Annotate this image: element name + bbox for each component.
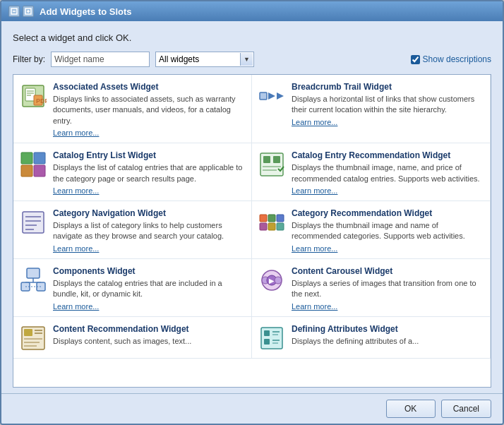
title-icon-2 — [23, 6, 34, 17]
dialog-body: Select a widget and click OK. Filter by:… — [1, 21, 503, 393]
widget-text-breadcrumb-trail: Breadcrumb Trail Widget Displays a horiz… — [292, 82, 484, 126]
filter-select[interactable]: All widgets Page widgets Layout widgets — [155, 52, 254, 67]
svg-rect-47 — [24, 329, 32, 336]
widget-desc-defining-attributes: Displays the defining attributes of a... — [292, 336, 484, 347]
widget-desc-catalog-entry-recommendation: Displays the thumbnail image, name, and … — [292, 162, 484, 184]
show-descriptions-checkbox[interactable] — [411, 55, 420, 64]
widget-icon-catalog-entry-recommendation — [258, 150, 286, 179]
dialog-footer: OK Cancel — [1, 393, 503, 424]
widget-icon-breadcrumb-trail — [258, 82, 286, 110]
widget-name-catalog-entry-recommendation: Catalog Entry Recommendation Widget — [292, 150, 484, 160]
widget-text-content-carousel: Content Carousel Widget Displays a serie… — [292, 266, 484, 311]
widget-name-content-recommendation: Content Recommendation Widget — [53, 324, 246, 334]
widget-text-category-navigation: Category Navigation Widget Displays a li… — [53, 208, 246, 253]
svg-rect-17 — [21, 165, 32, 176]
filter-select-wrapper: All widgets Page widgets Layout widgets … — [155, 52, 254, 67]
add-widgets-dialog: Add Widgets to Slots Select a widget and… — [0, 0, 504, 425]
widget-learn-catalog-entry-list[interactable]: Learn more... — [53, 186, 246, 195]
show-descriptions-label: Show descriptions — [423, 54, 491, 64]
widget-learn-catalog-entry-recommendation[interactable]: Learn more... — [292, 186, 484, 195]
widget-item-breadcrumb-trail[interactable]: Breadcrumb Trail Widget Displays a horiz… — [252, 75, 491, 143]
widget-list-container: PDF Associated Assets Widget Displays li… — [13, 74, 491, 388]
widget-name-catalog-entry-list: Catalog Entry List Widget — [53, 150, 246, 160]
widget-text-catalog-entry-list: Catalog Entry List Widget Displays the l… — [53, 150, 246, 195]
svg-rect-35 — [27, 268, 40, 278]
show-descriptions-container: Show descriptions — [411, 54, 491, 64]
widget-item-content-carousel[interactable]: ▶ Content Carousel Widget Displays a ser… — [252, 259, 491, 317]
widget-desc-category-recommendation: Displays the thumbnail image and name of… — [292, 220, 484, 242]
widget-scroll-area[interactable]: PDF Associated Assets Widget Displays li… — [13, 75, 491, 387]
svg-rect-31 — [277, 215, 284, 222]
widget-name-associated-assets: Associated Assets Widget — [53, 82, 246, 92]
title-bar: Add Widgets to Slots — [1, 1, 503, 21]
widget-text-category-recommendation: Category Recommendation Widget Displays … — [292, 208, 484, 253]
svg-rect-30 — [268, 215, 275, 222]
dialog-title: Add Widgets to Slots — [40, 6, 132, 17]
widget-icon-content-recommendation — [19, 324, 47, 352]
widget-desc-components: Displays the catalog entries that are in… — [53, 278, 246, 300]
widget-item-catalog-entry-recommendation[interactable]: Catalog Entry Recommendation Widget Disp… — [252, 143, 491, 201]
svg-rect-57 — [264, 339, 270, 345]
filter-label: Filter by: — [13, 54, 45, 64]
widget-learn-category-recommendation[interactable]: Learn more... — [292, 244, 484, 253]
widget-learn-components[interactable]: Learn more... — [53, 302, 246, 311]
widget-text-components: Components Widget Displays the catalog e… — [53, 266, 246, 311]
widget-learn-breadcrumb-trail[interactable]: Learn more... — [292, 118, 484, 126]
filter-text-input[interactable] — [51, 52, 150, 67]
widget-item-category-navigation[interactable]: Category Navigation Widget Displays a li… — [13, 201, 252, 259]
widget-desc-category-navigation: Displays a list of category links to hel… — [53, 220, 246, 242]
widget-icon-components — [19, 266, 47, 294]
widget-icon-catalog-entry-list — [19, 150, 47, 179]
svg-rect-20 — [263, 156, 270, 163]
widget-name-category-recommendation: Category Recommendation Widget — [292, 208, 484, 218]
widget-icon-content-carousel: ▶ — [258, 266, 286, 294]
svg-text:▶: ▶ — [269, 277, 275, 285]
widget-item-catalog-entry-list[interactable]: Catalog Entry List Widget Displays the l… — [13, 143, 252, 201]
cancel-button[interactable]: Cancel — [441, 400, 491, 418]
widget-text-associated-assets: Associated Assets Widget Displays links … — [53, 82, 246, 137]
widget-desc-associated-assets: Displays links to associated assets, suc… — [53, 94, 246, 126]
widget-learn-associated-assets[interactable]: Learn more... — [53, 128, 246, 137]
svg-rect-15 — [21, 152, 32, 164]
widget-learn-category-navigation[interactable]: Learn more... — [53, 244, 246, 253]
widget-desc-catalog-entry-list: Displays the list of catalog entries tha… — [53, 162, 246, 184]
instruction-text: Select a widget and click OK. — [13, 32, 491, 43]
widget-desc-breadcrumb-trail: Displays a horizontal list of links that… — [292, 94, 484, 116]
svg-rect-18 — [34, 165, 45, 176]
widget-text-content-recommendation: Content Recommendation Widget Displays c… — [53, 324, 246, 347]
widget-name-category-navigation: Category Navigation Widget — [53, 208, 246, 218]
widget-desc-content-recommendation: Displays content, such as images, text..… — [53, 336, 246, 347]
svg-point-44 — [275, 277, 282, 284]
widget-icon-associated-assets: PDF — [19, 82, 47, 110]
widget-icon-defining-attributes — [258, 324, 286, 352]
filter-row: Filter by: All widgets Page widgets Layo… — [13, 52, 491, 67]
svg-rect-33 — [268, 223, 275, 230]
svg-marker-14 — [277, 92, 284, 100]
title-icon-1 — [8, 6, 20, 17]
svg-marker-13 — [268, 92, 275, 100]
widget-item-content-recommendation[interactable]: Content Recommendation Widget Displays c… — [13, 317, 252, 359]
widget-icon-category-recommendation — [258, 208, 286, 237]
widget-item-associated-assets[interactable]: PDF Associated Assets Widget Displays li… — [13, 75, 252, 143]
title-bar-icons — [8, 6, 34, 17]
widget-name-defining-attributes: Defining Attributes Widget — [292, 324, 484, 334]
widget-desc-content-carousel: Displays a series of images that transit… — [292, 278, 484, 300]
svg-rect-34 — [277, 223, 284, 230]
widget-name-breadcrumb-trail: Breadcrumb Trail Widget — [292, 82, 484, 92]
widget-name-content-carousel: Content Carousel Widget — [292, 266, 484, 276]
svg-rect-21 — [273, 156, 280, 163]
ok-button[interactable]: OK — [386, 400, 436, 418]
widget-learn-content-carousel[interactable]: Learn more... — [292, 302, 484, 311]
svg-rect-54 — [264, 330, 270, 336]
widget-text-catalog-entry-recommendation: Catalog Entry Recommendation Widget Disp… — [292, 150, 484, 195]
widget-item-category-recommendation[interactable]: Category Recommendation Widget Displays … — [252, 201, 491, 259]
svg-text:PDF: PDF — [36, 97, 47, 104]
widget-item-components[interactable]: Components Widget Displays the catalog e… — [13, 259, 252, 317]
widget-icon-category-navigation — [19, 208, 47, 237]
svg-rect-29 — [260, 215, 267, 222]
widget-text-defining-attributes: Defining Attributes Widget Displays the … — [292, 324, 484, 347]
svg-rect-32 — [260, 223, 267, 230]
widget-name-components: Components Widget — [53, 266, 246, 276]
svg-rect-12 — [260, 92, 267, 100]
widget-item-defining-attributes[interactable]: Defining Attributes Widget Displays the … — [252, 317, 491, 359]
